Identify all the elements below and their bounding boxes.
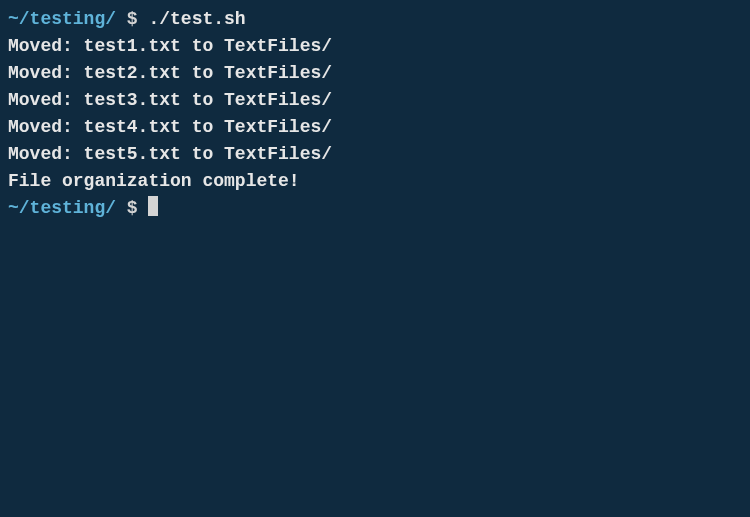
output-line: Moved: test4.txt to TextFiles/ <box>8 114 742 141</box>
output-line: Moved: test3.txt to TextFiles/ <box>8 87 742 114</box>
prompt-symbol: $ <box>116 198 148 218</box>
output-line: File organization complete! <box>8 168 742 195</box>
prompt-line-2: ~/testing/ $ <box>8 195 742 222</box>
output-line: Moved: test2.txt to TextFiles/ <box>8 60 742 87</box>
command-input[interactable]: ./test.sh <box>148 9 245 29</box>
prompt-path: ~/testing/ <box>8 9 116 29</box>
prompt-line-1: ~/testing/ $ ./test.sh <box>8 6 742 33</box>
prompt-symbol: $ <box>116 9 148 29</box>
output-line: Moved: test1.txt to TextFiles/ <box>8 33 742 60</box>
output-line: Moved: test5.txt to TextFiles/ <box>8 141 742 168</box>
prompt-path: ~/testing/ <box>8 198 116 218</box>
cursor-icon[interactable] <box>148 196 158 216</box>
